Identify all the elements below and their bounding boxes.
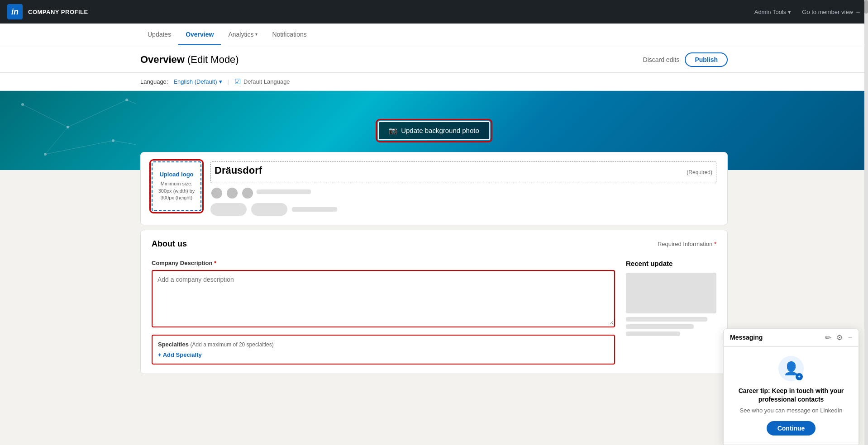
action-btn-2-placeholder — [251, 203, 287, 216]
language-divider: | — [228, 78, 229, 85]
messaging-title: Messaging — [730, 334, 763, 341]
description-field-label: Company Description * — [152, 260, 615, 266]
nav-item-analytics[interactable]: Analytics ▾ — [221, 24, 265, 45]
nav-overview-label: Overview — [186, 31, 214, 38]
nav-item-updates[interactable]: Updates — [140, 24, 178, 45]
messaging-header: Messaging ✏ ⚙ − — [724, 329, 858, 347]
required-info-star: * — [714, 241, 716, 247]
page-title-normal: (Edit Mode) — [187, 54, 239, 65]
scrollbar-track[interactable] — [864, 0, 868, 374]
update-background-photo-button[interactable]: 📷 Update background photo — [378, 121, 490, 140]
company-card: Upload logo Minimum size: 300px (width) … — [140, 152, 728, 225]
svg-line-28 — [45, 141, 113, 154]
about-us-section: About us Required Information * Company … — [140, 230, 728, 374]
company-name-text: Dräusdorf — [215, 165, 262, 176]
add-specialty-button[interactable]: + Add Specialty — [158, 351, 202, 358]
default-language-toggle[interactable]: ☑ Default Language — [234, 77, 290, 86]
update-bg-label: Update background photo — [401, 127, 479, 134]
svg-line-19 — [68, 100, 127, 127]
messaging-settings-icon[interactable]: ⚙ — [836, 333, 843, 342]
avatar-2 — [226, 187, 238, 199]
recent-update-line-1 — [626, 317, 707, 322]
description-required-star: * — [214, 260, 216, 266]
top-bar-left: in COMPANY PROFILE — [7, 4, 88, 19]
messaging-minimize-icon[interactable]: − — [848, 333, 852, 342]
company-info-panel: Dräusdorf (Required) — [210, 161, 716, 216]
description-field-highlight — [152, 270, 615, 327]
header-actions: Discard edits Publish — [643, 52, 728, 72]
messaging-action-icons: ✏ ⚙ − — [825, 333, 852, 342]
recent-update-image-placeholder — [626, 273, 716, 313]
page-header: Overview (Edit Mode) Discard edits Publi… — [0, 45, 868, 73]
nav-analytics-label: Analytics — [228, 31, 253, 38]
nav-updates-label: Updates — [148, 31, 171, 38]
admin-tools-dropdown-icon: ▾ — [788, 9, 791, 15]
specialties-section: Specialties (Add a maximum of 20 special… — [152, 335, 615, 365]
go-to-member-label: Go to member view — [802, 9, 853, 15]
specialties-hint: (Add a maximum of 20 specialties) — [191, 341, 274, 348]
publish-button[interactable]: Publish — [685, 52, 728, 67]
top-bar-right: Admin Tools ▾ Go to member view → — [754, 9, 861, 15]
messaging-body: 👤 + Career tip: Keep in touch with your … — [724, 347, 858, 374]
recent-update-line-3 — [626, 331, 680, 336]
about-left-panel: Company Description * Specialties (Add a… — [152, 260, 615, 365]
about-right-panel: Recent update — [626, 260, 716, 365]
upload-logo-hint: Minimum size: 300px (width) by 300px (he… — [156, 180, 197, 201]
discard-edits-button[interactable]: Discard edits — [643, 56, 680, 63]
language-label: Language: — [140, 78, 168, 85]
avatar-3 — [241, 187, 254, 199]
svg-line-20 — [127, 100, 136, 123]
avatar-row — [210, 187, 716, 199]
about-header: About us Required Information * — [152, 239, 716, 249]
company-description-textarea[interactable] — [153, 271, 614, 325]
avatar-1 — [210, 187, 223, 199]
page-title: Overview (Edit Mode) — [140, 54, 239, 71]
required-info-label: Required Information * — [658, 241, 716, 247]
svg-line-29 — [113, 141, 136, 159]
company-profile-label: COMPANY PROFILE — [28, 9, 88, 15]
nav-item-notifications[interactable]: Notifications — [265, 24, 314, 45]
about-us-title: About us — [152, 239, 187, 249]
linkedin-logo: in — [7, 4, 23, 19]
admin-tools-menu[interactable]: Admin Tools ▾ — [754, 9, 792, 15]
career-tip-icon: 👤 + — [778, 356, 804, 374]
follower-count-placeholder — [257, 189, 311, 194]
company-name-required-badge: (Required) — [687, 169, 712, 175]
messaging-panel: Messaging ✏ ⚙ − 👤 + Career tip: Keep in … — [723, 328, 859, 374]
analytics-dropdown-icon: ▾ — [255, 32, 258, 37]
recent-update-line-2 — [626, 324, 694, 329]
page-title-bold: Overview — [140, 54, 185, 65]
selected-language: English (Default) — [173, 78, 217, 85]
camera-icon: 📷 — [389, 127, 397, 135]
language-dropdown-icon: ▾ — [219, 78, 222, 85]
scrollbar-thumb[interactable] — [864, 0, 868, 14]
logo-upload-area[interactable]: Upload logo Minimum size: 300px (width) … — [152, 161, 201, 211]
secondary-navigation: Updates Overview Analytics ▾ Notificatio… — [0, 24, 868, 45]
action-extra-placeholder — [292, 207, 337, 212]
language-bar: Language: English (Default) ▾ | ☑ Defaul… — [0, 73, 868, 91]
messaging-compose-icon[interactable]: ✏ — [825, 333, 831, 342]
specialties-label: Specialties (Add a maximum of 20 special… — [158, 341, 609, 348]
nav-item-overview[interactable]: Overview — [178, 24, 221, 45]
action-btn-1-placeholder — [210, 203, 247, 216]
default-language-label: Default Language — [243, 78, 290, 85]
admin-tools-label: Admin Tools — [754, 9, 787, 15]
company-name-field: Dräusdorf (Required) — [210, 161, 716, 183]
top-navigation-bar: in COMPANY PROFILE Admin Tools ▾ Go to m… — [0, 0, 868, 24]
go-to-member-arrow-icon: → — [855, 9, 861, 15]
default-language-checkbox-icon: ☑ — [234, 77, 241, 86]
go-to-member-link[interactable]: Go to member view → — [802, 9, 861, 15]
upload-logo-label: Upload logo — [159, 171, 193, 178]
hero-network-decoration — [0, 91, 136, 159]
nav-notifications-label: Notifications — [272, 31, 306, 38]
recent-update-title: Recent update — [626, 260, 716, 267]
language-selector[interactable]: English (Default) ▾ — [173, 78, 222, 85]
career-icon-badge: + — [796, 373, 803, 374]
svg-line-18 — [23, 104, 68, 127]
